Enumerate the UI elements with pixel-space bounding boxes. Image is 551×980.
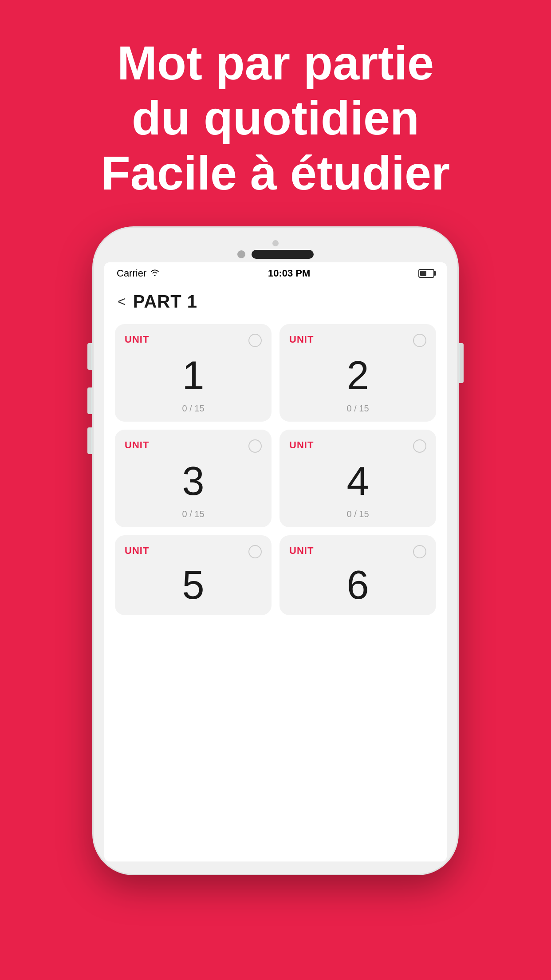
phone-speaker-bar — [252, 250, 314, 259]
volume-up-button[interactable] — [87, 387, 92, 414]
volume-down-button[interactable] — [87, 427, 92, 454]
battery-icon — [418, 269, 434, 278]
phone-wrapper: Carrier 10:03 PM — [0, 228, 551, 874]
app-header: < PART 1 — [104, 283, 447, 320]
phone-top-notch — [104, 240, 447, 259]
page-title: PART 1 — [133, 292, 197, 312]
unit-card-top-2: UNIT — [289, 334, 426, 347]
status-bar: Carrier 10:03 PM — [104, 262, 447, 283]
unit-progress-2: 0 / 15 — [289, 403, 426, 414]
units-grid: UNIT 1 0 / 15 UNIT 2 0 / 15 — [104, 320, 447, 626]
unit-card-4[interactable]: UNIT 4 0 / 15 — [279, 430, 436, 527]
unit-number-3: 3 — [125, 457, 262, 506]
unit-radio-3[interactable] — [248, 439, 262, 453]
unit-progress-1: 0 / 15 — [125, 403, 262, 414]
unit-number-5: 5 — [125, 563, 262, 607]
status-time: 10:03 PM — [268, 268, 310, 279]
unit-card-top-3: UNIT — [125, 439, 262, 453]
unit-progress-4: 0 / 15 — [289, 509, 426, 519]
carrier-label: Carrier — [117, 268, 146, 279]
unit-radio-6[interactable] — [413, 545, 426, 558]
unit-number-2: 2 — [289, 352, 426, 400]
hero-line3: Facile à étudier — [101, 146, 450, 200]
back-button[interactable]: < — [118, 293, 126, 310]
unit-number-4: 4 — [289, 457, 426, 506]
unit-radio-5[interactable] — [248, 545, 262, 558]
unit-label-1: UNIT — [125, 334, 149, 345]
unit-label-5: UNIT — [125, 545, 149, 557]
hero-section: Mot par partie du quotidien Facile à étu… — [0, 0, 551, 228]
battery-level — [420, 271, 426, 276]
unit-card-5[interactable]: UNIT 5 — [115, 535, 272, 615]
phone-dot — [237, 250, 245, 258]
battery-indicator — [418, 269, 434, 278]
phone-top-row — [237, 250, 314, 259]
unit-card-top-5: UNIT — [125, 545, 262, 558]
phone-frame: Carrier 10:03 PM — [94, 228, 457, 874]
unit-label-6: UNIT — [289, 545, 314, 557]
unit-radio-2[interactable] — [413, 334, 426, 347]
unit-card-2[interactable]: UNIT 2 0 / 15 — [279, 324, 436, 422]
hero-line1: Mot par partie — [117, 36, 434, 90]
unit-card-top-6: UNIT — [289, 545, 426, 558]
unit-card-6[interactable]: UNIT 6 — [279, 535, 436, 615]
carrier-info: Carrier — [117, 268, 160, 279]
unit-label-4: UNIT — [289, 439, 314, 451]
unit-label-2: UNIT — [289, 334, 314, 345]
unit-card-1[interactable]: UNIT 1 0 / 15 — [115, 324, 272, 422]
unit-progress-3: 0 / 15 — [125, 509, 262, 519]
unit-number-1: 1 — [125, 352, 262, 400]
phone-screen: Carrier 10:03 PM — [104, 262, 447, 861]
wifi-icon — [150, 268, 160, 279]
unit-radio-4[interactable] — [413, 439, 426, 453]
unit-card-3[interactable]: UNIT 3 0 / 15 — [115, 430, 272, 527]
unit-radio-1[interactable] — [248, 334, 262, 347]
hero-line2: du quotidien — [132, 91, 419, 145]
unit-number-6: 6 — [289, 563, 426, 607]
unit-label-3: UNIT — [125, 439, 149, 451]
unit-card-top-1: UNIT — [125, 334, 262, 347]
unit-card-top-4: UNIT — [289, 439, 426, 453]
front-camera — [272, 240, 279, 246]
